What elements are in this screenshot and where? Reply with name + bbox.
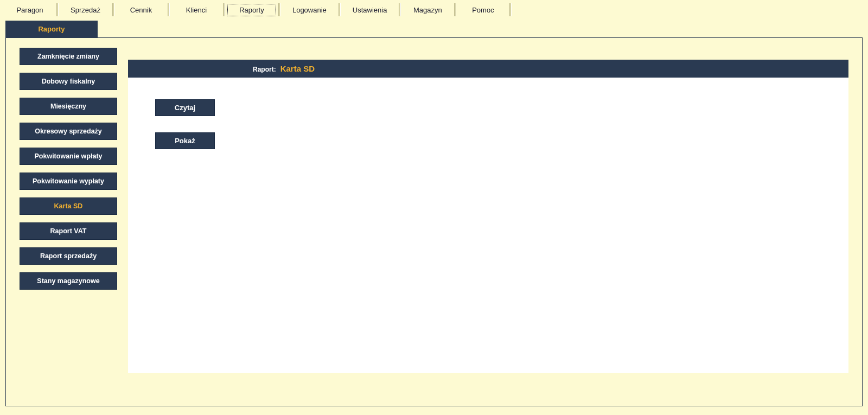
menu-item-raporty[interactable]: Raporty	[227, 4, 276, 16]
sidebar-item-karta-sd[interactable]: Karta SD	[20, 197, 117, 215]
sidebar-item-miesieczny[interactable]: Miesięczny	[20, 98, 117, 115]
sidebar-item-pokwitowanie-wplaty[interactable]: Pokwitowanie wpłaty	[20, 148, 117, 165]
menu-item-sprzedaz[interactable]: Sprzedaż	[61, 4, 110, 16]
menu-separator	[454, 3, 456, 16]
sidebar-item-raport-vat[interactable]: Raport VAT	[20, 222, 117, 240]
menu-item-logowanie[interactable]: Logowanie	[283, 4, 336, 16]
sidebar-item-raport-sprzedazy[interactable]: Raport sprzedaży	[20, 247, 117, 265]
main-panel: Raport: Karta SD Czytaj Pokaż	[128, 60, 848, 373]
sidebar: Zamknięcie zmiany Dobowy fiskalny Miesię…	[20, 48, 117, 297]
menu-separator	[278, 3, 280, 16]
menu-item-ustawienia[interactable]: Ustawienia	[343, 4, 397, 16]
menu-separator	[509, 3, 512, 16]
menu-item-magazyn[interactable]: Magazyn	[403, 4, 452, 16]
sidebar-item-stany-magazynowe[interactable]: Stany magazynowe	[20, 272, 117, 290]
tab-raporty[interactable]: Raporty	[5, 21, 98, 37]
content-frame: Zamknięcie zmiany Dobowy fiskalny Miesię…	[5, 37, 863, 406]
top-menu: Paragon Sprzedaż Cennik Klienci Raporty …	[0, 0, 868, 21]
menu-separator	[56, 3, 59, 16]
action-buttons: Czytaj Pokaż	[128, 78, 848, 187]
sidebar-item-okresowy-sprzedazy[interactable]: Okresowy sprzedaży	[20, 123, 117, 140]
sidebar-item-dobowy-fiskalny[interactable]: Dobowy fiskalny	[20, 73, 117, 90]
menu-separator	[223, 3, 225, 16]
report-header-name: Karta SD	[280, 64, 315, 73]
menu-separator	[112, 3, 114, 16]
menu-separator	[168, 3, 170, 16]
sidebar-item-zamkniecie-zmiany[interactable]: Zamknięcie zmiany	[20, 48, 117, 65]
menu-item-pomoc[interactable]: Pomoc	[458, 4, 507, 16]
menu-item-klienci[interactable]: Klienci	[172, 4, 221, 16]
report-header-label: Raport:	[253, 66, 276, 73]
read-button[interactable]: Czytaj	[155, 99, 215, 116]
report-header: Raport: Karta SD	[128, 60, 848, 78]
menu-item-cennik[interactable]: Cennik	[117, 4, 165, 16]
menu-separator	[399, 3, 401, 16]
content-wrapper: Raporty Zamknięcie zmiany Dobowy fiskaln…	[5, 21, 863, 406]
menu-separator	[339, 3, 341, 16]
show-button[interactable]: Pokaż	[155, 132, 215, 149]
menu-item-paragon[interactable]: Paragon	[5, 4, 54, 16]
sidebar-item-pokwitowanie-wyplaty[interactable]: Pokwitowanie wypłaty	[20, 173, 117, 190]
